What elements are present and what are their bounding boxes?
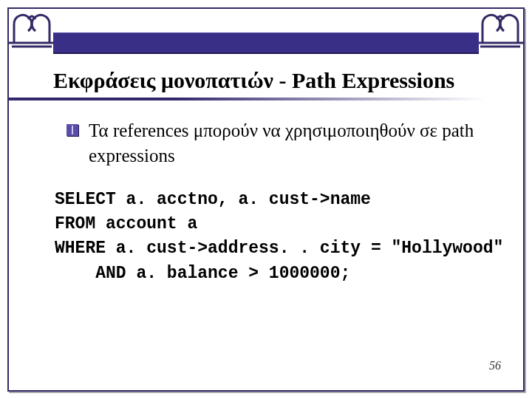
bullet-icon [66,124,78,136]
slide-content: Εκφράσεις μονοπατιών - Path Expressions … [53,68,486,286]
code-line-3c: address. . city = "Hollywood" [208,239,503,258]
code-line-3a: WHERE a. cust [55,239,187,258]
slide-title: Εκφράσεις μονοπατιών - Path Expressions [53,68,486,93]
corner-ornament-right [474,6,526,49]
slide-frame: Εκφράσεις μονοπατιών - Path Expressions … [7,7,525,392]
corner-ornament-left [6,6,58,49]
bullet-item: Τα references μπορούν να χρησιμοποιηθούν… [66,118,486,168]
title-underline [9,98,486,100]
arrow-icon: -> [310,190,330,209]
title-bar-decoration [53,33,479,54]
code-line-1a: SELECT a. acctno, a. cust [55,190,310,209]
code-block: SELECT a. acctno, a. cust->name FROM acc… [55,188,486,286]
page-number: 56 [489,359,501,372]
bullet-text: Τα references μπορούν να χρησιμοποιηθούν… [89,118,486,168]
code-line-4: AND a. balance > 1000000; [55,264,350,283]
code-line-2: FROM account a [55,214,197,233]
arrow-icon: -> [187,239,208,258]
code-line-1c: name [330,190,371,209]
